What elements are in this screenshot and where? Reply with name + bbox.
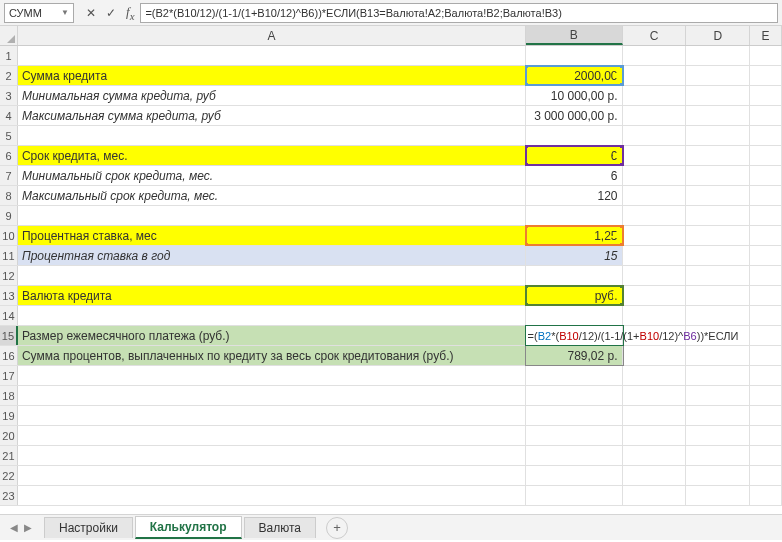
col-header-C[interactable]: C	[623, 26, 687, 45]
col-header-B[interactable]: B	[526, 26, 623, 45]
cell-B3[interactable]: 10 000,00 р.	[526, 86, 623, 105]
col-header-A[interactable]: A	[18, 26, 526, 45]
cell-B8[interactable]: 120	[526, 186, 623, 205]
row-18: 18	[0, 386, 782, 406]
cell-A4[interactable]: Максимальная сумма кредита, руб	[18, 106, 526, 125]
column-headers: A B C D E	[0, 26, 782, 46]
row-5: 5	[0, 126, 782, 146]
formula-input[interactable]: =(B2*(B10/12)/(1-1/(1+B10/12)^B6))*ЕСЛИ(…	[140, 3, 778, 23]
cell-A16[interactable]: Сумма процентов, выплаченных по кредиту …	[18, 346, 526, 365]
cell-B2[interactable]: 2000,00	[526, 66, 623, 85]
row-9: 9	[0, 206, 782, 226]
row-10: 10Процентная ставка, мес1,25	[0, 226, 782, 246]
cell-A13[interactable]: Валюта кредита	[18, 286, 526, 305]
row-16: 16Сумма процентов, выплаченных по кредит…	[0, 346, 782, 366]
row-8: 8Максимальный срок кредита, мес.120	[0, 186, 782, 206]
select-all-corner[interactable]	[0, 26, 18, 45]
tab-nav-arrows[interactable]: ◀▶	[10, 522, 32, 533]
cell-B4[interactable]: 3 000 000,00 р.	[526, 106, 623, 125]
fx-icon[interactable]: fx	[126, 4, 134, 22]
row-17: 17	[0, 366, 782, 386]
cell-B13[interactable]: руб.	[526, 286, 623, 305]
row-13: 13Валюта кредитаруб.	[0, 286, 782, 306]
formula-icons: ✕ ✓ fx	[86, 4, 134, 22]
cell-B15-editing[interactable]: =(B2*(B10/12)/(1-1/(1+B10/12)^B6))*ЕСЛИ	[526, 326, 623, 345]
row-20: 20	[0, 426, 782, 446]
accept-icon[interactable]: ✓	[106, 6, 116, 20]
row-11: 11Процентная ставка в год15	[0, 246, 782, 266]
name-box[interactable]: СУММ ▼	[4, 3, 74, 23]
row-7: 7Минимальный срок кредита, мес.6	[0, 166, 782, 186]
cell-A7[interactable]: Минимальный срок кредита, мес.	[18, 166, 526, 185]
cell-A2[interactable]: Сумма кредита	[18, 66, 526, 85]
formula-text: =(B2*(B10/12)/(1-1/(1+B10/12)^B6))*ЕСЛИ(…	[145, 7, 561, 19]
row-15: 15Размер ежемесячного платежа (руб.)=(B2…	[0, 326, 782, 346]
name-box-value: СУММ	[9, 7, 42, 19]
next-sheet-icon[interactable]: ▶	[24, 522, 32, 533]
cell-A10[interactable]: Процентная ставка, мес	[18, 226, 526, 245]
cell-A11[interactable]: Процентная ставка в год	[18, 246, 526, 265]
sheet-tab-currency[interactable]: Валюта	[244, 517, 316, 538]
row-22: 22	[0, 466, 782, 486]
sheet-tabs-bar: ◀▶ Настройки Калькулятор Валюта +	[0, 514, 782, 540]
add-sheet-button[interactable]: +	[326, 517, 348, 539]
cell-B11[interactable]: 15	[526, 246, 623, 265]
row-14: 14	[0, 306, 782, 326]
row-1: 1	[0, 46, 782, 66]
cell-B6[interactable]: 6	[526, 146, 623, 165]
col-header-E[interactable]: E	[750, 26, 782, 45]
row-2: 2Сумма кредита2000,00	[0, 66, 782, 86]
row-6: 6Срок кредита, мес.6	[0, 146, 782, 166]
cancel-icon[interactable]: ✕	[86, 6, 96, 20]
spreadsheet-grid[interactable]: A B C D E 1 2Сумма кредита2000,00 3Миним…	[0, 26, 782, 514]
cell-B7[interactable]: 6	[526, 166, 623, 185]
cell-A8[interactable]: Максимальный срок кредита, мес.	[18, 186, 526, 205]
row-12: 12	[0, 266, 782, 286]
row-21: 21	[0, 446, 782, 466]
row-19: 19	[0, 406, 782, 426]
formula-bar: СУММ ▼ ✕ ✓ fx =(B2*(B10/12)/(1-1/(1+B10/…	[0, 0, 782, 26]
sheet-tab-settings[interactable]: Настройки	[44, 517, 133, 538]
row-23: 23	[0, 486, 782, 506]
chevron-down-icon[interactable]: ▼	[61, 8, 69, 17]
sheet-tab-calculator[interactable]: Калькулятор	[135, 516, 242, 539]
cell-B16[interactable]: 789,02 р.	[526, 346, 623, 365]
prev-sheet-icon[interactable]: ◀	[10, 522, 18, 533]
cell-A15[interactable]: Размер ежемесячного платежа (руб.)	[18, 326, 526, 345]
cell-A3[interactable]: Минимальная сумма кредита, руб	[18, 86, 526, 105]
cell-B10[interactable]: 1,25	[526, 226, 623, 245]
row-3: 3Минимальная сумма кредита, руб10 000,00…	[0, 86, 782, 106]
row-4: 4Максимальная сумма кредита, руб3 000 00…	[0, 106, 782, 126]
cell-A6[interactable]: Срок кредита, мес.	[18, 146, 526, 165]
col-header-D[interactable]: D	[686, 26, 750, 45]
